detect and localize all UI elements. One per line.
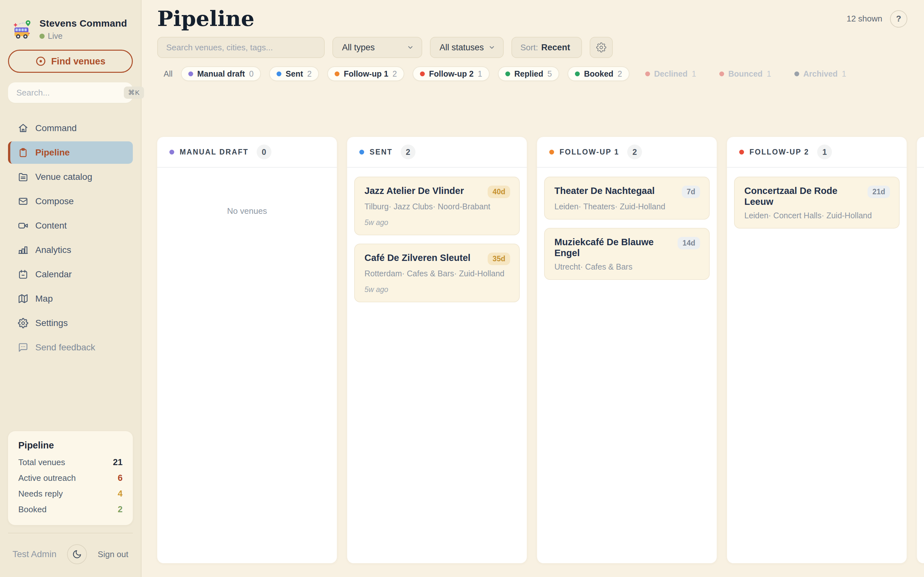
- gear-icon: [18, 318, 28, 328]
- venue-card[interactable]: Café De Zilveren Sleutel 35d Rotterdam· …: [354, 243, 520, 302]
- stat-value: 21: [113, 458, 123, 467]
- sidebar-item-label: Pipeline: [35, 147, 69, 158]
- chevron-down-icon: [488, 44, 495, 51]
- status-filter-chips: All Manual draft 0 Sent 2 Follow-up 1 2 …: [157, 66, 924, 81]
- sidebar-item-label: Venue catalog: [35, 172, 92, 182]
- venue-search-input[interactable]: [166, 43, 316, 53]
- column-header: Sent 2: [347, 137, 527, 168]
- column-sent: Sent 2 Jazz Atelier De Vlinder 40d Tilbu…: [347, 137, 527, 563]
- filter-chip-follow-up-2[interactable]: Follow-up 2 1: [413, 66, 489, 81]
- sidebar-item-label: Map: [35, 293, 53, 304]
- column-manual-draft: Manual draft 0 No venues: [157, 137, 337, 563]
- status-dot-icon: [719, 71, 724, 76]
- sidebar-item-compose[interactable]: Compose: [8, 190, 133, 213]
- question-mark-icon: ?: [896, 14, 901, 24]
- sidebar-item-map[interactable]: Map: [8, 287, 133, 310]
- sidebar-item-analytics[interactable]: Analytics: [8, 239, 133, 261]
- sidebar-item-command[interactable]: Command: [8, 117, 133, 139]
- column-body: Theater De Nachtegaal 7d Leiden· Theater…: [537, 168, 717, 297]
- status-dot-icon: [188, 71, 193, 76]
- stat-value: 2: [118, 504, 123, 514]
- column-body: No venues: [157, 168, 337, 225]
- status-dot-icon: [795, 71, 799, 76]
- filter-chip-follow-up-1[interactable]: Follow-up 1 2: [327, 66, 404, 81]
- main-header: Pipeline 12 shown ?: [157, 8, 924, 30]
- venue-name: Café De Zilveren Sleutel: [365, 253, 470, 263]
- stat-row-needs-reply: Needs reply 4: [18, 486, 123, 502]
- find-venues-button[interactable]: Find venues: [8, 50, 133, 73]
- type-filter-select[interactable]: All types: [333, 37, 422, 58]
- venue-name: Jazz Atelier De Vlinder: [365, 185, 464, 196]
- venue-search: [157, 37, 325, 58]
- age-badge: 35d: [488, 253, 510, 265]
- sidebar-item-calendar[interactable]: Calendar: [8, 263, 133, 285]
- status-dot-icon: [505, 71, 510, 76]
- venue-card[interactable]: Muziekcafé De Blauwe Engel 14d Utrecht· …: [544, 228, 710, 280]
- venue-last-activity: 5w ago: [365, 218, 510, 227]
- sidebar-item-content[interactable]: Content: [8, 214, 133, 237]
- calendar-icon: [18, 269, 28, 279]
- stat-row-total-venues: Total venues 21: [18, 455, 123, 470]
- status-filter-value: All statuses: [439, 43, 484, 53]
- filter-chip-booked[interactable]: Booked 2: [567, 66, 630, 81]
- board-settings-button[interactable]: [590, 37, 613, 58]
- help-button[interactable]: ?: [890, 10, 907, 27]
- sidebar: Stevens Command Live Find venues ⌘K: [0, 0, 142, 577]
- venue-meta: Utrecht· Cafes & Bars: [554, 262, 700, 271]
- card-top: Muziekcafé De Blauwe Engel 14d: [554, 237, 700, 258]
- venue-meta: Tilburg· Jazz Clubs· Noord-Brabant: [365, 202, 510, 211]
- status-dot-icon: [645, 71, 650, 76]
- stat-value: 6: [118, 473, 123, 483]
- brand-block: Stevens Command Live: [8, 18, 133, 41]
- venue-name: Muziekcafé De Blauwe Engel: [554, 237, 673, 258]
- sidebar-item-label: Content: [35, 221, 67, 231]
- sidebar-item-send-feedback[interactable]: Send feedback: [8, 336, 133, 359]
- venue-last-activity: 5w ago: [365, 285, 510, 294]
- filter-chip-replied[interactable]: Replied 5: [498, 66, 559, 81]
- stats-title: Pipeline: [18, 440, 123, 451]
- filter-chip-all[interactable]: All: [164, 69, 173, 79]
- dark-mode-toggle[interactable]: [67, 544, 87, 564]
- venue-meta: Leiden· Theaters· Zuid-Holland: [554, 202, 700, 211]
- sidebar-search: ⌘K: [8, 82, 133, 103]
- brand-text: Stevens Command Live: [39, 18, 127, 41]
- status-dot-icon: [334, 71, 339, 76]
- sign-out-button[interactable]: Sign out: [98, 550, 128, 559]
- column-header: Follow-up 2 1: [727, 137, 907, 168]
- pipeline-stats-card: Pipeline Total venues 21 Active outreach…: [8, 431, 133, 525]
- sidebar-item-pipeline[interactable]: Pipeline: [8, 141, 133, 164]
- header-right: 12 shown ?: [846, 10, 907, 27]
- shown-count: 12 shown: [846, 14, 882, 24]
- card-top: Jazz Atelier De Vlinder 40d: [365, 185, 510, 198]
- bar-chart-icon: [18, 245, 28, 255]
- venue-card[interactable]: Theater De Nachtegaal 7d Leiden· Theater…: [544, 177, 710, 219]
- sort-button[interactable]: Sort: Recent: [511, 37, 582, 58]
- venue-card[interactable]: Concertzaal De Rode Leeuw 21d Leiden· Co…: [734, 177, 900, 229]
- circle-dot-icon: [35, 56, 46, 67]
- status-dot-icon: [739, 150, 744, 155]
- filter-chip-declined[interactable]: Declined 1: [638, 66, 704, 81]
- column-count-badge: 2: [401, 145, 415, 159]
- live-label: Live: [48, 31, 63, 41]
- venue-card[interactable]: Jazz Atelier De Vlinder 40d Tilburg· Jaz…: [354, 177, 520, 235]
- stat-row-active-outreach: Active outreach 6: [18, 470, 123, 486]
- filter-chip-sent[interactable]: Sent 2: [269, 66, 319, 81]
- sidebar-item-settings[interactable]: Settings: [8, 312, 133, 334]
- status-dot-icon: [549, 150, 554, 155]
- column-header: Manual draft 0: [157, 137, 337, 168]
- keyboard-shortcut-badge: ⌘K: [124, 87, 144, 99]
- column-count-badge: 1: [817, 145, 832, 159]
- column-count-badge: 0: [257, 145, 271, 159]
- home-icon: [18, 123, 28, 133]
- filter-chip-manual-draft[interactable]: Manual draft 0: [181, 66, 261, 81]
- filter-chip-bounced[interactable]: Bounced 1: [712, 66, 779, 81]
- sidebar-footer: Test Admin Sign out: [8, 533, 133, 577]
- stat-label: Booked: [18, 504, 47, 514]
- clipboard-icon: [18, 147, 28, 158]
- status-filter-select[interactable]: All statuses: [430, 37, 504, 58]
- live-dot-icon: [39, 34, 45, 39]
- sidebar-search-input[interactable]: [16, 88, 124, 98]
- sidebar-item-venue-catalog[interactable]: Venue catalog: [8, 166, 133, 188]
- filter-chip-archived[interactable]: Archived 1: [787, 66, 854, 81]
- empty-state-message: No venues: [164, 206, 330, 216]
